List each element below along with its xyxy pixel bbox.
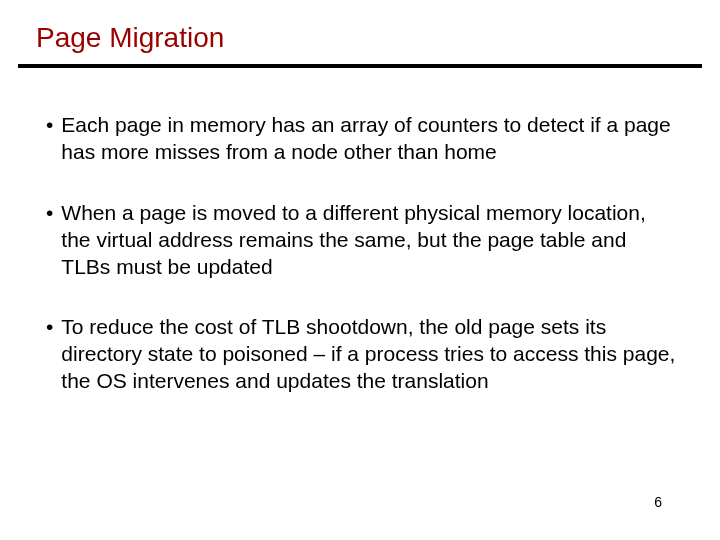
slide: Page Migration • Each page in memory has…: [0, 0, 720, 540]
bullet-marker-icon: •: [46, 112, 53, 166]
page-number: 6: [654, 494, 662, 510]
bullet-item: • To reduce the cost of TLB shootdown, t…: [46, 314, 676, 395]
title-underline: [18, 64, 702, 68]
slide-body: • Each page in memory has an array of co…: [46, 112, 676, 395]
bullet-marker-icon: •: [46, 200, 53, 281]
slide-title: Page Migration: [36, 22, 224, 54]
bullet-item: • When a page is moved to a different ph…: [46, 200, 676, 281]
bullet-marker-icon: •: [46, 314, 53, 395]
bullet-text: Each page in memory has an array of coun…: [61, 112, 676, 166]
bullet-item: • Each page in memory has an array of co…: [46, 112, 676, 166]
bullet-text: To reduce the cost of TLB shootdown, the…: [61, 314, 676, 395]
bullet-text: When a page is moved to a different phys…: [61, 200, 676, 281]
